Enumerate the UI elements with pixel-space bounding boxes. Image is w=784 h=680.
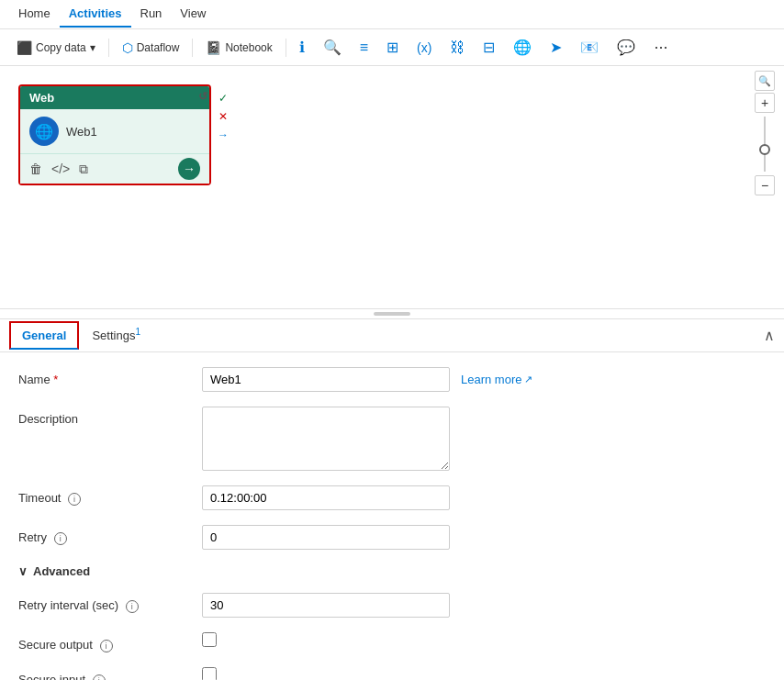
name-input[interactable] (202, 367, 450, 392)
description-row: Description (18, 407, 766, 471)
dataflow-button[interactable]: ⬡ Dataflow (115, 37, 187, 59)
bottom-panel: General Settings1 ∧ Name * Learn more ↗ … (0, 319, 784, 680)
activity-name-label: Web1 (66, 125, 200, 139)
info-toolbar-button[interactable]: ℹ (292, 35, 312, 60)
copy-icon[interactable]: ⧉ (79, 162, 88, 177)
retry-interval-input[interactable] (202, 593, 450, 618)
timeout-info-icon[interactable]: i (68, 493, 81, 506)
form-area: Name * Learn more ↗ Description Timeout … (0, 352, 784, 680)
timeout-input[interactable] (202, 485, 450, 510)
chevron-down-icon: ▾ (90, 41, 95, 54)
timeout-label: Timeout i (18, 485, 202, 506)
learn-more-link[interactable]: Learn more ↗ (461, 367, 532, 386)
retry-input[interactable] (202, 525, 450, 550)
activity-node-web1[interactable]: Web ↺ 🌐 Web1 ✓ ✕ → 🗑 </> ⧉ → (18, 84, 211, 185)
activity-actions: ✓ ✕ → (215, 90, 231, 143)
tab-settings[interactable]: Settings1 (79, 319, 153, 351)
secure-input-row: Secure input i (18, 667, 766, 680)
name-label: Name * (18, 367, 202, 386)
nav-view[interactable]: View (171, 1, 215, 28)
notebook-icon: 📓 (206, 40, 221, 55)
resize-bar (374, 312, 410, 316)
description-label: Description (18, 407, 202, 426)
pipeline-button[interactable]: ≡ (353, 36, 375, 60)
toolbar: ⬛ Copy data ▾ ⬡ Dataflow 📓 Notebook ℹ 🔍 … (0, 29, 784, 66)
name-row: Name * Learn more ↗ (18, 367, 766, 392)
activity-footer: 🗑 </> ⧉ → (20, 153, 209, 184)
skip-action-icon[interactable]: → (215, 127, 231, 143)
arrange-button[interactable]: ⊟ (476, 35, 502, 60)
globe-toolbar-button[interactable]: 🌐 (506, 35, 539, 60)
secure-input-checkbox[interactable] (202, 667, 217, 680)
dataflow-icon: ⬡ (122, 40, 133, 55)
nav-run[interactable]: Run (131, 1, 172, 28)
activity-header: Web ↺ (20, 86, 209, 109)
retry-row: Retry i (18, 525, 766, 550)
zoom-out-button[interactable]: − (755, 175, 775, 195)
collapse-panel-button[interactable]: ∧ (764, 327, 775, 344)
activity-globe-icon: 🌐 (29, 117, 59, 146)
copy-data-button[interactable]: ⬛ Copy data ▾ (9, 37, 103, 59)
nav-home[interactable]: Home (9, 1, 60, 28)
search-toolbar-button[interactable]: 🔍 (316, 35, 349, 60)
variable-button[interactable]: (x) (409, 37, 439, 59)
outlook-button[interactable]: 📧 (573, 35, 606, 60)
separator2 (192, 39, 193, 57)
secure-input-label: Secure input i (18, 667, 202, 680)
zoom-in-button[interactable]: + (755, 93, 775, 113)
zoom-track (764, 117, 766, 172)
chevron-down-advanced-icon: ∨ (18, 564, 28, 578)
notebook-button[interactable]: 📓 Notebook (198, 37, 279, 59)
description-input[interactable] (202, 407, 450, 471)
zoom-search-icon[interactable]: 🔍 (755, 71, 775, 91)
separator3 (286, 39, 286, 57)
secure-input-info-icon[interactable]: i (93, 674, 106, 680)
separator (108, 39, 109, 57)
teams-button[interactable]: 💬 (610, 35, 643, 60)
secure-output-label: Secure output i (18, 632, 202, 652)
timeout-row: Timeout i (18, 485, 766, 510)
secure-output-checkbox[interactable] (202, 632, 217, 647)
retry-interval-info-icon[interactable]: i (126, 600, 139, 613)
more-button[interactable]: ··· (646, 34, 675, 61)
tab-general[interactable]: General (9, 321, 79, 350)
name-required: * (53, 373, 58, 386)
advanced-section-toggle[interactable]: ∨ Advanced (18, 564, 766, 578)
retry-interval-label: Retry interval (sec) i (18, 593, 202, 613)
code-icon[interactable]: </> (51, 162, 70, 176)
fail-action-icon[interactable]: ✕ (215, 108, 231, 125)
retry-interval-row: Retry interval (sec) i (18, 593, 766, 618)
canvas-area: 🔍 + − Web ↺ 🌐 Web1 ✓ ✕ → 🗑 </> ⧉ → (0, 66, 784, 309)
expand-button[interactable]: ⊞ (379, 35, 406, 60)
secure-output-row: Secure output i (18, 632, 766, 652)
delete-icon[interactable]: 🗑 (29, 162, 42, 176)
resize-handle[interactable] (0, 309, 784, 319)
retry-label: Retry i (18, 525, 202, 545)
send-button[interactable]: ➤ (543, 35, 569, 60)
retry-info-icon[interactable]: i (54, 532, 67, 545)
zoom-controls: 🔍 + − (755, 71, 775, 195)
external-link-icon: ↗ (524, 373, 532, 385)
loop-icon: ↺ (198, 90, 207, 103)
connect-button[interactable]: ⛓ (442, 36, 472, 60)
activity-type-label: Web (29, 91, 54, 105)
settings-badge: 1 (135, 327, 140, 337)
tabs-bar: General Settings1 ∧ (0, 319, 784, 352)
secure-output-info-icon[interactable]: i (100, 640, 113, 652)
top-navigation: Home Activities Run View (0, 0, 784, 29)
run-arrow-button[interactable]: → (178, 158, 200, 180)
nav-activities[interactable]: Activities (60, 1, 131, 28)
copy-data-icon: ⬛ (17, 40, 32, 55)
success-action-icon[interactable]: ✓ (215, 90, 231, 106)
activity-body: 🌐 Web1 ✓ ✕ → (20, 109, 209, 153)
zoom-thumb[interactable] (759, 144, 770, 155)
